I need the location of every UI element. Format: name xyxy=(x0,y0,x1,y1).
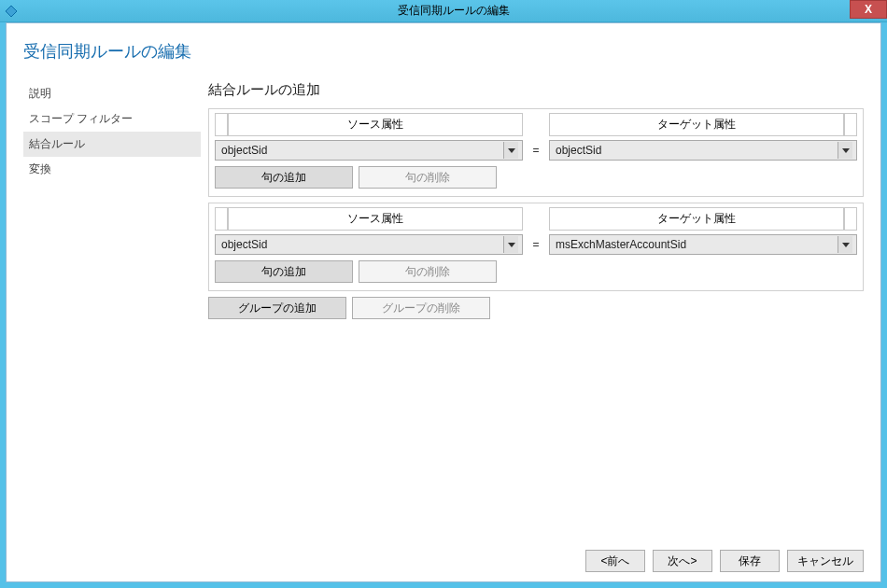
sidebar-item-description[interactable]: 説明 xyxy=(23,81,201,106)
close-icon: X xyxy=(865,3,872,16)
header-gap xyxy=(523,113,549,136)
target-attribute-combo[interactable]: msExchMasterAccountSid xyxy=(549,234,857,255)
header-source: ソース属性 xyxy=(228,207,523,231)
client-area: 受信同期ルールの編集 説明 スコープ フィルター 結合ルール 変換 結合ルールの… xyxy=(6,22,881,582)
sidebar: 説明 スコープ フィルター 結合ルール 変換 xyxy=(23,81,201,542)
remove-clause-button[interactable]: 句の削除 xyxy=(359,166,497,189)
back-button[interactable]: <前へ xyxy=(585,550,645,572)
svg-marker-0 xyxy=(6,6,17,17)
header-tail xyxy=(844,113,857,136)
header-lead xyxy=(215,113,228,136)
header-lead xyxy=(215,207,228,231)
header-row: ソース属性 ターゲット属性 xyxy=(215,207,857,231)
dialog-window: 受信同期ルールの編集 X 受信同期ルールの編集 説明 スコープ フィルター 結合… xyxy=(0,0,887,588)
add-clause-button[interactable]: 句の追加 xyxy=(215,166,353,189)
main-row: 説明 スコープ フィルター 結合ルール 変換 結合ルールの追加 ソース属性 ター… xyxy=(23,81,864,542)
target-attribute-value: msExchMasterAccountSid xyxy=(556,238,838,251)
clause-buttons: 句の追加 句の削除 xyxy=(215,260,857,283)
app-icon xyxy=(4,4,19,19)
header-source: ソース属性 xyxy=(228,113,523,136)
remove-group-button[interactable]: グループの削除 xyxy=(352,297,490,319)
join-group: ソース属性 ターゲット属性 objectSid = objectSid xyxy=(208,108,864,197)
group-buttons: グループの追加 グループの削除 xyxy=(208,297,864,319)
target-attribute-combo[interactable]: objectSid xyxy=(549,140,857,161)
page-title: 受信同期ルールの編集 xyxy=(23,40,864,63)
close-button[interactable]: X xyxy=(850,0,887,19)
cancel-button[interactable]: キャンセル xyxy=(787,550,864,572)
chevron-down-icon xyxy=(503,142,518,159)
remove-clause-button[interactable]: 句の削除 xyxy=(359,260,497,283)
join-group: ソース属性 ターゲット属性 objectSid = msExchMasterAc… xyxy=(208,203,864,291)
window-title: 受信同期ルールの編集 xyxy=(24,3,883,19)
next-button[interactable]: 次へ> xyxy=(653,550,712,572)
section-title: 結合ルールの追加 xyxy=(208,81,864,99)
sidebar-item-scope-filter[interactable]: スコープ フィルター xyxy=(23,106,201,132)
clause-row: objectSid = msExchMasterAccountSid xyxy=(215,234,857,255)
content: 結合ルールの追加 ソース属性 ターゲット属性 objectSid xyxy=(201,81,864,542)
header-tail xyxy=(844,207,857,231)
target-attribute-value: objectSid xyxy=(556,144,838,157)
sidebar-item-transformation[interactable]: 変換 xyxy=(23,157,201,182)
add-clause-button[interactable]: 句の追加 xyxy=(215,260,353,283)
add-group-button[interactable]: グループの追加 xyxy=(208,297,346,319)
titlebar: 受信同期ルールの編集 X xyxy=(0,0,887,22)
header-gap xyxy=(523,207,549,231)
clause-buttons: 句の追加 句の削除 xyxy=(215,166,857,189)
source-attribute-value: objectSid xyxy=(221,144,503,157)
equals-label: = xyxy=(523,144,549,157)
save-button[interactable]: 保存 xyxy=(720,550,780,572)
header-row: ソース属性 ターゲット属性 xyxy=(215,113,857,136)
source-attribute-combo[interactable]: objectSid xyxy=(215,234,523,255)
source-attribute-combo[interactable]: objectSid xyxy=(215,140,523,161)
header-target: ターゲット属性 xyxy=(549,113,844,136)
footer: <前へ 次へ> 保存 キャンセル xyxy=(23,542,864,572)
equals-label: = xyxy=(523,238,549,251)
chevron-down-icon xyxy=(838,142,852,159)
chevron-down-icon xyxy=(838,236,852,253)
sidebar-item-join-rules[interactable]: 結合ルール xyxy=(23,132,201,157)
source-attribute-value: objectSid xyxy=(221,238,503,251)
chevron-down-icon xyxy=(503,236,518,253)
clause-row: objectSid = objectSid xyxy=(215,140,857,161)
header-target: ターゲット属性 xyxy=(549,207,844,231)
